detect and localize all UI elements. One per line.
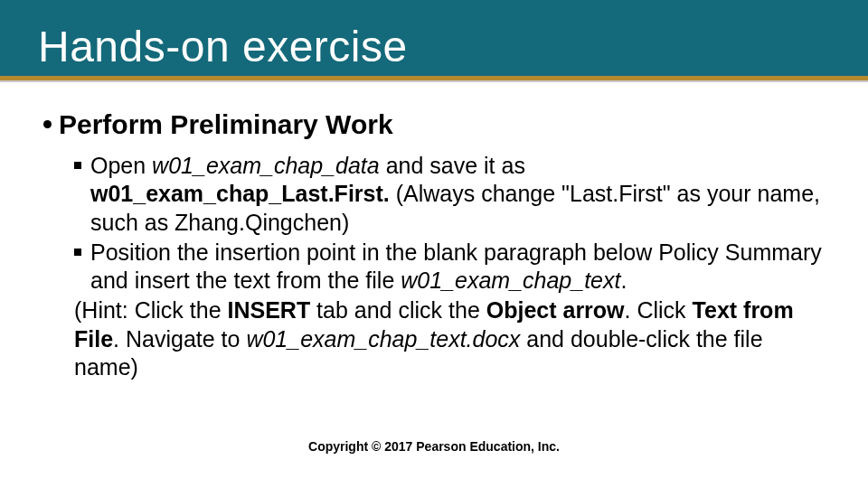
item1-text: Open w01_exam_chap_data and save it as w… [90, 152, 825, 237]
b: Object arrow [486, 297, 625, 323]
b: INSERT [227, 297, 310, 323]
item2-text: Position the insertion point in the blan… [90, 239, 825, 296]
title-band: Hands-on exercise [0, 0, 868, 76]
t: . Navigate to [113, 326, 246, 352]
slide: Hands-on exercise Perform Preliminary Wo… [0, 0, 868, 488]
t: . [620, 267, 627, 293]
t: (Hint: Click the [74, 297, 227, 323]
t: tab and click the [310, 297, 486, 323]
sub-list: Open w01_exam_chap_data and save it as w… [43, 152, 825, 295]
t: Open [90, 153, 152, 178]
t: and save it as [380, 153, 525, 178]
list-item: Position the insertion point in the blan… [74, 239, 825, 296]
heading-text: Perform Preliminary Work [59, 109, 393, 139]
bullet-dot-icon [43, 120, 52, 128]
t: . Click [625, 297, 693, 323]
filename-italic: w01_exam_chap_text.docx [246, 326, 520, 352]
slide-title: Hands-on exercise [38, 22, 408, 71]
square-bullet-icon [74, 249, 81, 256]
copyright-footer: Copyright © 2017 Pearson Education, Inc. [0, 439, 868, 454]
filename-italic: w01_exam_chap_text [401, 267, 620, 293]
heading-row: Perform Preliminary Work [43, 109, 825, 139]
list-item: Open w01_exam_chap_data and save it as w… [74, 152, 825, 237]
content-area: Perform Preliminary Work Open w01_exam_c… [0, 82, 868, 381]
filename-italic: w01_exam_chap_data [152, 153, 380, 178]
hint-text: (Hint: Click the INSERT tab and click th… [74, 296, 825, 381]
square-bullet-icon [74, 162, 81, 169]
filename-bold: w01_exam_chap_Last.First. [90, 181, 390, 206]
